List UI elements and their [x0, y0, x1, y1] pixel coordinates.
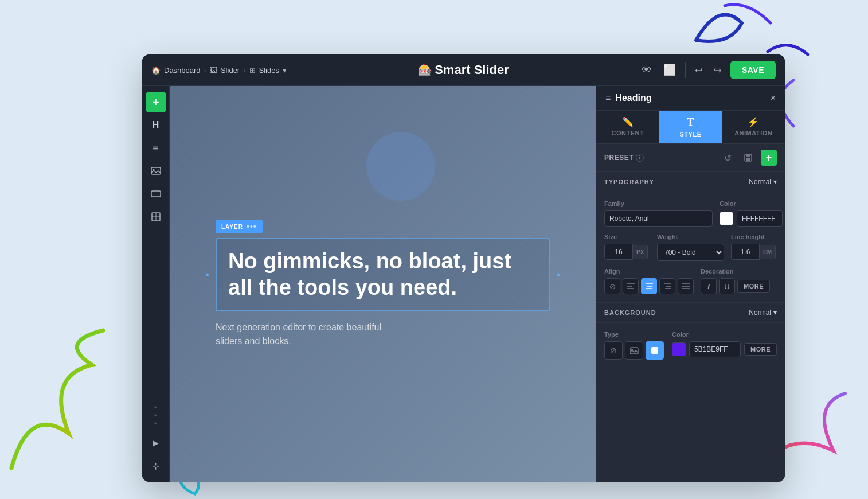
- size-field-group: Size PX: [604, 233, 650, 261]
- typography-section-header: TYPOGRAPHY Normal ▾: [596, 172, 785, 192]
- layout-btn[interactable]: ⬜: [661, 61, 678, 79]
- dashboard-link[interactable]: Dashboard: [164, 66, 201, 75]
- bg-more-btn[interactable]: MORE: [744, 343, 777, 356]
- topbar-right: 👁 ⬜ ↩ ↪ SAVE: [639, 61, 776, 79]
- background-section-body: Type ⊘: [596, 323, 785, 375]
- align-justify-btn[interactable]: [678, 278, 694, 294]
- add-preset-btn[interactable]: +: [761, 150, 777, 166]
- family-field-group: Family: [604, 200, 713, 227]
- bg-color-field: MORE: [672, 341, 777, 357]
- family-input[interactable]: [604, 210, 713, 227]
- color-input-typography[interactable]: [737, 210, 783, 227]
- bg-none-btn[interactable]: ⊘: [604, 341, 623, 360]
- bg-color-label: Color: [672, 331, 777, 338]
- svg-rect-8: [746, 158, 750, 161]
- background-dropdown[interactable]: Normal ▾: [749, 309, 777, 317]
- lh-unit: EM: [760, 245, 776, 259]
- slides-link[interactable]: Slides: [259, 66, 279, 75]
- slide-decorative-circle: [366, 132, 435, 201]
- style-tab-label: STYLE: [680, 131, 702, 138]
- typography-more-btn[interactable]: MORE: [737, 280, 770, 293]
- panel-close-button[interactable]: ×: [771, 93, 776, 103]
- tab-style[interactable]: T STYLE: [659, 111, 722, 143]
- reset-btn[interactable]: ↺: [720, 150, 736, 166]
- italic-btn[interactable]: I: [701, 278, 717, 294]
- typography-title: TYPOGRAPHY: [604, 178, 654, 185]
- bg-color-btn[interactable]: [646, 341, 664, 360]
- slides-dropdown-icon[interactable]: ▾: [283, 66, 287, 75]
- size-label: Size: [604, 233, 650, 240]
- align-label: Align: [604, 268, 694, 275]
- app-wrapper: 🏠 Dashboard › 🖼 Slider › ⊞ Slides ▾ 🎰 Sm…: [142, 54, 785, 482]
- svg-rect-7: [746, 154, 750, 157]
- bg-color-swatch[interactable]: [672, 342, 686, 356]
- lh-group: EM: [731, 244, 777, 260]
- save-button[interactable]: SAVE: [730, 61, 776, 79]
- breadcrumb-sep-2: ›: [243, 66, 245, 75]
- content-tab-icon: ✏️: [622, 116, 634, 127]
- size-input[interactable]: [604, 244, 633, 260]
- play-button[interactable]: ▶: [146, 432, 166, 453]
- bg-type-field-group: Type ⊘: [604, 331, 665, 360]
- color-swatch-typography[interactable]: [720, 212, 733, 225]
- size-group: PX: [604, 244, 650, 260]
- right-panel: ≡ Heading × ✏️ CONTENT T STYLE ⚡ ANIMATI…: [596, 86, 785, 482]
- size-weight-lh-row: Size PX Weight 700 - Bold 400 - Normal: [604, 233, 777, 261]
- family-color-row: Family Color: [604, 200, 777, 227]
- layers-icon[interactable]: ≡: [605, 93, 611, 103]
- add-button[interactable]: +: [146, 92, 166, 112]
- preset-info-icon[interactable]: i: [636, 154, 644, 162]
- panel-body: TYPOGRAPHY Normal ▾ Family Color: [596, 172, 785, 482]
- rect-button[interactable]: [146, 184, 166, 204]
- redo-btn[interactable]: ↪: [711, 63, 724, 78]
- align-right-btn[interactable]: [659, 278, 675, 294]
- table-button[interactable]: [146, 206, 166, 227]
- slide-subtext: Next generation editor to create beautif…: [216, 321, 399, 348]
- lh-input[interactable]: [731, 244, 760, 260]
- lh-label: Line height: [731, 233, 777, 240]
- list-button[interactable]: ≡: [146, 138, 166, 158]
- distribute-button[interactable]: ⊹: [146, 455, 166, 476]
- layer-options[interactable]: •••: [247, 222, 257, 231]
- slide-heading: No gimmicks, no bloat, just all the tool…: [228, 248, 537, 301]
- bg-type-label: Type: [604, 331, 665, 338]
- deco-more-row: I U MORE: [701, 278, 770, 294]
- app-logo: 🎰 Smart Slider: [418, 63, 509, 77]
- undo-btn[interactable]: ↩: [693, 63, 705, 78]
- slider-link[interactable]: Slider: [221, 66, 240, 75]
- heading-text-box[interactable]: No gimmicks, no bloat, just all the tool…: [216, 238, 550, 311]
- layer-badge[interactable]: LAYER •••: [216, 220, 263, 233]
- topbar: 🏠 Dashboard › 🖼 Slider › ⊞ Slides ▾ 🎰 Sm…: [142, 54, 785, 86]
- content-tab-label: CONTENT: [612, 130, 644, 137]
- typography-dropdown[interactable]: Normal ▾: [749, 178, 777, 186]
- decoration-group: Decoration I U MORE: [701, 268, 770, 294]
- decoration-label: Decoration: [701, 268, 770, 275]
- bg-color-input[interactable]: [689, 341, 741, 357]
- preview-btn[interactable]: 👁: [639, 62, 654, 79]
- align-none-btn[interactable]: ⊘: [604, 278, 620, 294]
- sidebar-dots: •••: [154, 404, 157, 428]
- image-button[interactable]: [146, 161, 166, 181]
- animation-tab-icon: ⚡: [748, 116, 760, 127]
- background-section-header: BACKGROUND Normal ▾: [596, 303, 785, 323]
- canvas-area[interactable]: LAYER ••• No gimmicks, no bloat, just al…: [170, 86, 596, 482]
- bg-type-buttons: ⊘: [604, 341, 665, 360]
- color-field: [720, 210, 777, 227]
- panel-header: ≡ Heading ×: [596, 86, 785, 111]
- breadcrumb-sep-1: ›: [204, 66, 206, 75]
- tab-content[interactable]: ✏️ CONTENT: [596, 111, 659, 143]
- save-preset-btn[interactable]: [740, 150, 756, 166]
- slider-icon-small: 🖼: [210, 66, 217, 75]
- panel-toolbar-right: ↺ +: [720, 150, 777, 166]
- background-dropdown-icon: ▾: [773, 309, 777, 317]
- weight-select[interactable]: 700 - Bold 400 - Normal 300 - Light: [657, 244, 724, 261]
- align-center-btn[interactable]: [641, 278, 657, 294]
- weight-label: Weight: [657, 233, 724, 240]
- heading-button[interactable]: H: [146, 115, 166, 135]
- underline-btn[interactable]: U: [719, 278, 735, 294]
- tab-animation[interactable]: ⚡ ANIMATION: [722, 111, 785, 143]
- align-left-btn[interactable]: [623, 278, 639, 294]
- panel-header-left: ≡ Heading: [605, 93, 651, 103]
- panel-tabs: ✏️ CONTENT T STYLE ⚡ ANIMATION: [596, 111, 785, 144]
- bg-image-btn[interactable]: [625, 341, 643, 360]
